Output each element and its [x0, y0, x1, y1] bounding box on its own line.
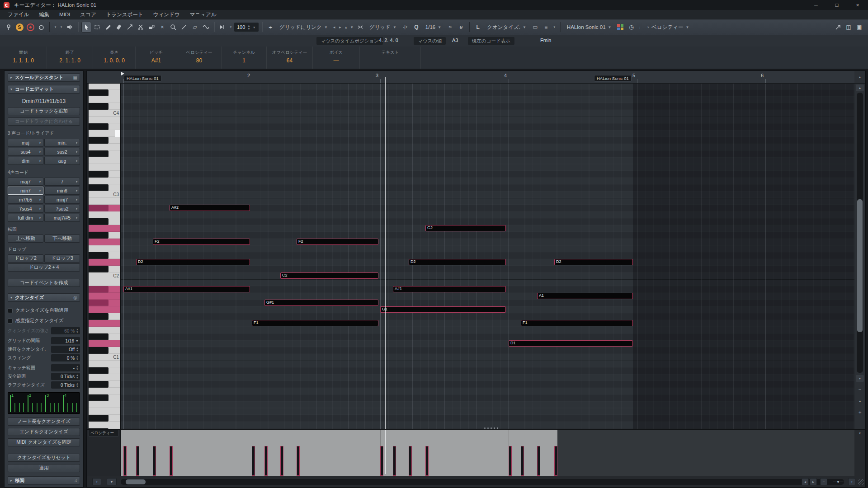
piano-key-C2[interactable]: C2 [89, 272, 121, 279]
info-cell-6[interactable]: オフベロシティー64 [267, 47, 313, 69]
close-button[interactable]: × [847, 0, 868, 10]
controller-setup-dropdown[interactable]: ▼ [107, 478, 117, 485]
midi-note-D2[interactable]: D2 [554, 259, 633, 265]
midi-note-A#1[interactable]: A#1 [123, 286, 250, 292]
fournote-min7[interactable]: min7▸ [8, 187, 43, 195]
h-zoom-out-button[interactable]: − [820, 478, 827, 485]
mute-tool-icon[interactable]: × [157, 22, 167, 33]
menu-item-1[interactable]: 編集 [34, 10, 54, 19]
part-selector-dropdown[interactable]: HALion Sonic 01▼ [564, 22, 615, 33]
glue-tool-icon[interactable] [146, 22, 156, 33]
piano-key-A2[interactable] [89, 211, 121, 218]
velocity-bar[interactable] [537, 446, 540, 476]
move-down-icon[interactable]: ▾ [349, 22, 354, 33]
piano-key-C1[interactable]: C1 [89, 354, 121, 361]
triad-sus4[interactable]: sus4▸ [8, 148, 43, 156]
quantize-row-value[interactable]: 0 Ticks▲▼ [51, 373, 80, 380]
range-tool-icon[interactable] [92, 22, 102, 33]
piano-key-C3[interactable]: C3 [89, 191, 121, 198]
velocity-bar[interactable] [252, 446, 255, 476]
minimize-button[interactable]: ─ [806, 0, 826, 10]
h-zoom-slider[interactable]: —●— [830, 478, 846, 485]
controller-menu-icon[interactable]: ▾ [854, 432, 865, 435]
select-tool-icon[interactable] [81, 22, 91, 33]
vscroll-track[interactable] [857, 93, 863, 373]
menu-item-6[interactable]: マニュアル [185, 10, 222, 19]
section-scale-assistant[interactable]: ▸ スケールアシスタント ▦ [8, 73, 80, 82]
acoustic-feedback-icon[interactable] [65, 22, 75, 33]
scroll-down-button[interactable]: ▼ [856, 375, 864, 382]
piano-key-E2[interactable] [89, 245, 121, 252]
midi-note-F2[interactable]: F2 [297, 239, 378, 245]
velocity-bar[interactable] [425, 446, 429, 476]
snap-icon[interactable] [355, 22, 365, 33]
quantize-panel-icon[interactable]: e [456, 22, 466, 33]
inversion-1[interactable]: 下へ移動 [44, 235, 80, 243]
color-scheme-icon[interactable] [615, 22, 625, 33]
drop-0[interactable]: ドロップ2 [8, 254, 43, 263]
piano-key-C#1[interactable] [89, 347, 121, 354]
split-tool-icon[interactable] [136, 22, 146, 33]
midi-note-A1[interactable]: A1 [537, 293, 633, 299]
quantize-row-value[interactable]: 60 %▲▼ [51, 327, 80, 334]
midi-input-dropdown[interactable]: ▾ [59, 22, 64, 33]
setup-pin-icon[interactable] [4, 22, 14, 33]
menu-item-0[interactable]: ファイル [3, 10, 34, 19]
show-part-borders-icon[interactable]: ▭ [530, 22, 540, 33]
midi-note-A#2[interactable]: A#2 [170, 205, 250, 211]
fournote-7sus4[interactable]: 7sus4▸ [8, 205, 43, 213]
note-grid[interactable]: A#1D2F2A#2F1G#1C2F2G1A#1D2G2D1F1A1D2 [121, 84, 854, 429]
velocity-bar[interactable] [297, 446, 300, 476]
lane-divider-handle[interactable] [484, 427, 498, 429]
scroll-up-button[interactable]: ▲ [856, 84, 864, 91]
piano-key-D#0[interactable] [89, 415, 121, 422]
piano-key-D2[interactable] [89, 259, 121, 266]
scroll-right-button[interactable]: ▸ [810, 478, 817, 485]
midi-note-D1[interactable]: D1 [509, 340, 633, 347]
midi-note-C2[interactable]: C2 [280, 272, 378, 279]
nudge-right-icon[interactable]: ▸ [338, 22, 343, 33]
piano-key-F#2[interactable] [89, 232, 121, 239]
section-transpose[interactable]: ▸ 移調 ♫ [8, 476, 80, 485]
midi-note-F1[interactable]: F1 [521, 320, 633, 326]
record-in-editor-button[interactable] [25, 22, 35, 33]
piano-key-C#4[interactable] [89, 103, 121, 110]
menu-item-3[interactable]: スコア [75, 10, 101, 19]
v-zoom-slider[interactable]: ● [856, 398, 864, 404]
midi-note-D2[interactable]: D2 [409, 259, 506, 265]
piano-key-B1[interactable] [89, 279, 121, 286]
erase-tool-icon[interactable] [114, 22, 124, 33]
piano-key-B3[interactable] [89, 117, 121, 123]
h-zoom-in-button[interactable]: ＋ [848, 478, 855, 485]
open-in-window-icon[interactable] [833, 22, 843, 33]
quantize-button-0[interactable]: ノート長をクオンタイズ [8, 418, 80, 426]
midi-note-G2[interactable]: G2 [425, 225, 506, 231]
piano-key-G3[interactable] [89, 144, 121, 150]
piano-key-D#2[interactable] [89, 252, 121, 259]
grid-relative-icon[interactable]: -|+ [401, 22, 410, 33]
velocity-bar[interactable] [554, 446, 557, 476]
hscroll-track[interactable] [121, 479, 844, 485]
resize-grip[interactable] [858, 479, 864, 485]
add-controller-lane-button[interactable]: ＋ [92, 478, 101, 485]
soft-quantize-checkbox[interactable]: 感度指定クオンタイズ [8, 318, 80, 324]
midi-note-F1[interactable]: F1 [252, 320, 378, 326]
maximize-button[interactable]: □ [826, 0, 847, 10]
quantize-preset-dropdown[interactable]: 1/16▼ [422, 22, 444, 33]
piano-key-F1[interactable] [89, 320, 121, 327]
fournote-maj75[interactable]: maj7/#5▸ [44, 214, 80, 222]
piano-key-F#0[interactable] [89, 394, 121, 401]
piano-key-D0[interactable] [89, 422, 121, 428]
piano-key-F3[interactable] [89, 157, 121, 164]
lane-divider[interactable] [87, 429, 865, 430]
velocity-stepper-icon[interactable]: ▲▼ [247, 24, 250, 30]
triad-aug[interactable]: aug▸ [44, 157, 80, 165]
nudge-left-icon[interactable]: ◂ [332, 22, 337, 33]
quantize-row-value[interactable]: 1/16▼ [51, 337, 80, 344]
time-warp-tool-icon[interactable] [201, 22, 211, 33]
drop-2-4-button[interactable]: ドロップ2 + 4 [8, 263, 80, 272]
zoom-tool-icon[interactable] [168, 22, 178, 33]
match-chord-track-button[interactable]: コードトラックに合わせる [8, 117, 80, 126]
piano-key-G#1[interactable] [89, 300, 121, 306]
vscroll-thumb[interactable] [857, 199, 863, 332]
